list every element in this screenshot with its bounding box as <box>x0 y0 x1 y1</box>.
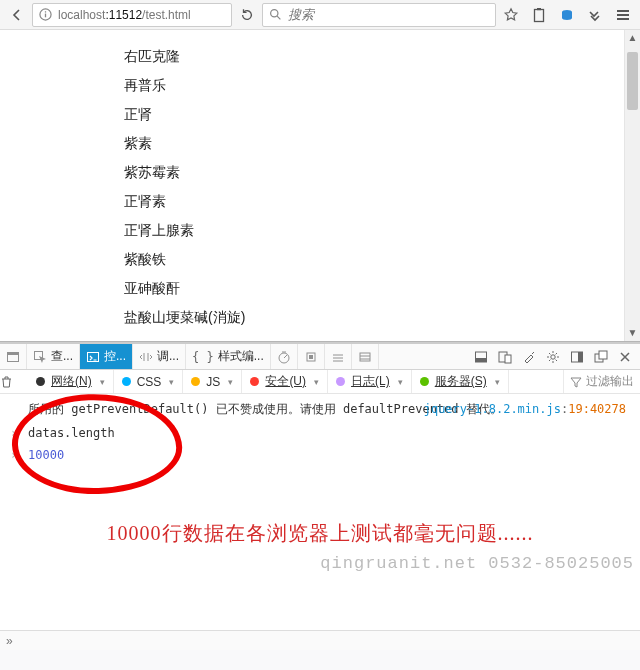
reload-button[interactable] <box>234 2 260 28</box>
paintbrush-icon[interactable] <box>520 348 538 366</box>
svg-rect-16 <box>309 355 313 359</box>
tab-console[interactable]: 控... <box>80 344 133 369</box>
console-output-line: 10000 <box>28 446 630 464</box>
search-box[interactable] <box>262 3 496 27</box>
scroll-up-arrow-icon[interactable]: ▲ <box>625 30 640 46</box>
bookmark-star-icon[interactable] <box>498 2 524 28</box>
filter-css[interactable]: CSS ▾ <box>114 370 184 393</box>
filter-js[interactable]: JS ▾ <box>183 370 242 393</box>
watermark-text: qingruanit.net 0532-85025005 <box>320 554 634 573</box>
filter-server[interactable]: 服务器(S) ▾ <box>412 370 509 393</box>
chevron-down-icon: ▾ <box>100 377 105 387</box>
dot-icon <box>36 377 45 386</box>
chevron-down-icon: ▾ <box>228 377 233 387</box>
filter-output-box[interactable]: 过滤输出 <box>563 370 640 393</box>
svg-rect-21 <box>505 355 511 363</box>
svg-rect-6 <box>537 8 541 10</box>
tab-style-editor[interactable]: { } 样式编... <box>186 344 271 369</box>
settings-gear-icon[interactable] <box>544 348 562 366</box>
tab-network[interactable] <box>325 344 352 369</box>
chevron-down-icon: ▾ <box>398 377 403 387</box>
clear-console-icon[interactable] <box>0 375 28 389</box>
list-item[interactable]: 紫酸铁 <box>124 245 624 274</box>
svg-rect-11 <box>8 352 19 355</box>
extension-databox-icon[interactable] <box>554 2 580 28</box>
addon-bar[interactable]: » <box>0 630 640 650</box>
console-source-ref[interactable]: jquery-1.8.2.min.js:19:40278 <box>424 400 626 418</box>
list-item[interactable]: 正肾素 <box>124 187 624 216</box>
devtools-iframe-selector[interactable] <box>0 344 27 369</box>
page-content: 右匹克隆 再普乐 正肾 紫素 紫苏霉素 正肾素 正肾上腺素 紫酸铁 亚砷酸酐 盐… <box>0 30 624 341</box>
split-console-toggle-icon[interactable] <box>472 348 490 366</box>
list-item[interactable]: 正肾上腺素 <box>124 216 624 245</box>
filter-network[interactable]: 网络(N) ▾ <box>28 370 114 393</box>
chevron-down-icon: ▾ <box>314 377 319 387</box>
scroll-thumb[interactable] <box>627 52 638 110</box>
tab-debugger[interactable]: 调... <box>133 344 186 369</box>
popout-window-icon[interactable] <box>592 348 610 366</box>
dot-icon <box>336 377 345 386</box>
filter-label: 服务器(S) <box>435 373 487 390</box>
annotation-caption: 10000行数据在各浏览器上测试都毫无问题...... <box>0 520 640 547</box>
filter-label: CSS <box>137 375 162 389</box>
search-icon <box>269 8 282 21</box>
console-input-line: datas.length <box>28 424 630 442</box>
overflow-chevron-icon[interactable] <box>582 2 608 28</box>
list-item[interactable]: 正肾 <box>124 100 624 129</box>
svg-point-3 <box>271 10 278 17</box>
list-item[interactable]: 右匹克隆 <box>124 42 624 71</box>
devtools-right-controls <box>466 348 640 366</box>
double-chevron-icon: » <box>6 634 13 648</box>
list-item[interactable]: 亚砷酸酐 <box>124 274 624 303</box>
tab-label: 控... <box>104 348 126 365</box>
svg-rect-24 <box>578 352 583 362</box>
dock-side-icon[interactable] <box>568 348 586 366</box>
tab-label: 调... <box>157 348 179 365</box>
dot-icon <box>250 377 259 386</box>
console-warning-line: 所用的 getPreventDefault() 已不赞成使用。请使用 defau… <box>28 400 630 418</box>
svg-rect-9 <box>617 18 629 20</box>
filter-label: 安全(U) <box>265 373 306 390</box>
list-item[interactable]: 紫素 <box>124 129 624 158</box>
info-icon <box>39 8 52 21</box>
tab-label: 查... <box>51 348 73 365</box>
console-text: datas.length <box>28 426 115 440</box>
svg-rect-19 <box>476 358 487 362</box>
filter-security[interactable]: 安全(U) ▾ <box>242 370 328 393</box>
tab-inspector[interactable]: 查... <box>27 344 80 369</box>
tab-performance[interactable] <box>271 344 298 369</box>
list-item[interactable]: 再普乐 <box>124 71 624 100</box>
dot-icon <box>420 377 429 386</box>
svg-rect-5 <box>535 9 544 21</box>
back-button[interactable] <box>4 2 30 28</box>
funnel-icon <box>570 376 582 388</box>
console-output[interactable]: 所用的 getPreventDefault() 已不赞成使用。请使用 defau… <box>0 394 640 630</box>
filter-label: JS <box>206 375 220 389</box>
clipboard-icon[interactable] <box>526 2 552 28</box>
tab-memory[interactable] <box>298 344 325 369</box>
devtools-tabs: 查... 控... 调... { } 样式编... <box>0 344 640 370</box>
svg-rect-26 <box>599 351 607 359</box>
svg-rect-1 <box>45 14 46 18</box>
list-item[interactable]: 紫苏霉素 <box>124 158 624 187</box>
braces-icon: { } <box>192 350 214 364</box>
hamburger-menu-icon[interactable] <box>610 2 636 28</box>
filter-log[interactable]: 日志(L) ▾ <box>328 370 412 393</box>
scroll-down-arrow-icon[interactable]: ▼ <box>625 325 640 341</box>
filter-label: 网络(N) <box>51 373 92 390</box>
tab-label: 样式编... <box>218 348 264 365</box>
svg-rect-2 <box>45 11 46 12</box>
console-text: 10000 <box>28 448 64 462</box>
responsive-mode-icon[interactable] <box>496 348 514 366</box>
console-filter-bar: 网络(N) ▾ CSS ▾ JS ▾ 安全(U) ▾ 日志(L) ▾ 服务器(S… <box>0 370 640 394</box>
address-bar[interactable]: localhost:11512/test.html <box>32 3 232 27</box>
list-item[interactable]: 盐酸山埂菜碱(消旋) <box>124 303 624 332</box>
search-input[interactable] <box>288 7 489 22</box>
page-scrollbar[interactable]: ▲ ▼ <box>624 30 640 341</box>
tab-storage[interactable] <box>352 344 379 369</box>
dot-icon <box>191 377 200 386</box>
devtools-close-icon[interactable] <box>616 348 634 366</box>
page-viewport: 右匹克隆 再普乐 正肾 紫素 紫苏霉素 正肾素 正肾上腺素 紫酸铁 亚砷酸酐 盐… <box>0 30 640 342</box>
svg-rect-17 <box>360 353 370 361</box>
url-text: localhost:11512/test.html <box>58 8 191 22</box>
